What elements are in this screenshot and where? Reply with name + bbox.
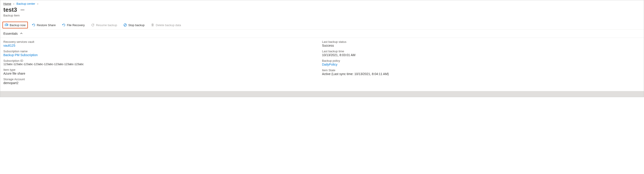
item-type-label: Item type (3, 68, 322, 71)
restore-icon (32, 23, 36, 27)
command-bar: Backup now Restore Share File Recovery R… (0, 21, 644, 30)
chevron-up-icon (20, 32, 23, 35)
breadcrumb-home[interactable]: Home (3, 2, 11, 6)
backup-now-button[interactable]: Backup now (2, 22, 28, 28)
last-backup-status-label: Last backup status (322, 40, 641, 44)
details-left-col: Recovery services vault vault125 Subscri… (3, 40, 322, 87)
file-recovery-button[interactable]: File Recovery (60, 22, 87, 28)
toolbar-label: File Recovery (67, 23, 85, 27)
backup-cloud-icon (5, 23, 8, 27)
essentials-panel: Recovery services vault vault125 Subscri… (0, 38, 644, 91)
svg-line-1 (124, 24, 126, 26)
subscription-name-value[interactable]: Backup PM Subscription (3, 53, 322, 57)
more-actions-button[interactable]: ••• (21, 8, 25, 12)
delete-backup-button: Delete backup data (148, 22, 183, 28)
storage-account-value: demopart2 (3, 81, 322, 85)
toolbar-label: Restore Share (37, 23, 56, 27)
restore-icon (62, 23, 66, 27)
restore-share-button[interactable]: Restore Share (30, 22, 58, 28)
recovery-vault-value[interactable]: vault125 (3, 44, 322, 47)
essentials-label: Essentials (3, 32, 18, 35)
item-state-label: Item State (322, 68, 641, 72)
backup-policy-label: Backup policy (322, 59, 641, 62)
page-subtitle: Backup Item (0, 14, 644, 21)
details-right-col: Last backup status Success Last backup t… (322, 40, 641, 87)
last-backup-status-value: Success (322, 44, 641, 47)
breadcrumb: Home › Backup center › (0, 0, 644, 6)
breadcrumb-backup-center[interactable]: Backup center (16, 2, 35, 6)
breadcrumb-sep-icon: › (13, 2, 14, 6)
stop-icon (123, 23, 127, 27)
page-title: test3 (3, 6, 17, 13)
last-backup-time-label: Last backup time (322, 50, 641, 53)
toolbar-label: Backup now (10, 23, 26, 27)
toolbar-label: Resume backup (96, 23, 117, 27)
essentials-toggle[interactable]: Essentials (0, 30, 644, 38)
resume-backup-button: Resume backup (89, 22, 119, 28)
refresh-icon (91, 23, 94, 27)
subscription-id-label: Subscription ID (3, 59, 322, 62)
item-type-value: Azure file share (3, 72, 322, 75)
last-backup-time-value: 10/13/2021, 8:03:01 AM (322, 53, 641, 57)
trash-icon (151, 23, 154, 27)
item-state-value: Active (Last sync time: 10/13/2021, 8:04… (322, 72, 641, 76)
storage-account-label: Storage Account (3, 77, 322, 81)
stop-backup-button[interactable]: Stop backup (121, 22, 147, 28)
subscription-id-value: 123abc-123abc-123abc-123abc-123abc-123ab… (3, 63, 322, 66)
breadcrumb-sep-icon: › (37, 2, 38, 6)
toolbar-label: Delete backup data (156, 23, 181, 27)
toolbar-label: Stop backup (128, 23, 144, 27)
backup-policy-value[interactable]: DailyPolicy (322, 63, 641, 66)
recovery-vault-label: Recovery services vault (3, 40, 322, 44)
footer-bar (0, 91, 644, 97)
subscription-name-label: Subscription name (3, 50, 322, 53)
